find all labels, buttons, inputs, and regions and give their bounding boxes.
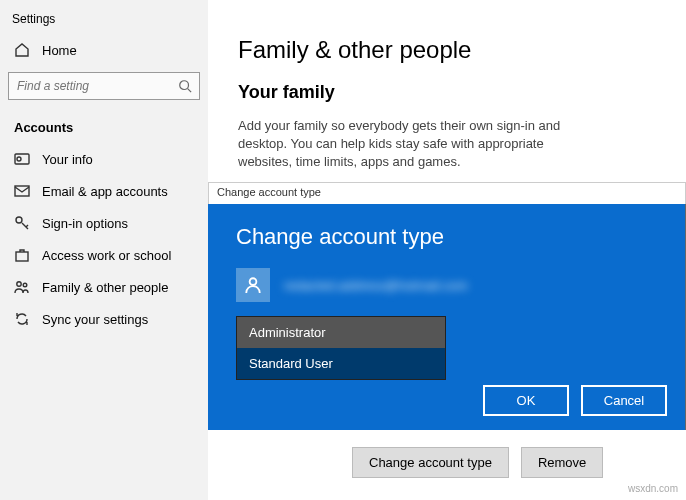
svg-point-8 — [250, 278, 257, 285]
sidebar-item-label: Family & other people — [42, 280, 168, 295]
dropdown-option-administrator[interactable]: Administrator — [237, 317, 445, 348]
sidebar-item-sync[interactable]: Sync your settings — [0, 303, 208, 335]
footer-buttons: Change account type Remove — [352, 447, 603, 478]
nav-home-label: Home — [42, 43, 77, 58]
sidebar-item-signin[interactable]: Sign-in options — [0, 207, 208, 239]
svg-point-0 — [180, 81, 189, 90]
search-icon — [178, 79, 192, 93]
sidebar-item-family[interactable]: Family & other people — [0, 271, 208, 303]
remove-button[interactable]: Remove — [521, 447, 603, 478]
dropdown-option-standard-user[interactable]: Standard User — [237, 348, 445, 379]
user-email: redacted.address@hotmail.com — [284, 278, 468, 293]
dialog-title: Change account type — [236, 224, 657, 250]
sidebar-item-label: Sync your settings — [42, 312, 148, 327]
section-subhead: Your family — [238, 82, 656, 103]
app-title: Settings — [0, 8, 208, 34]
mail-icon — [14, 183, 30, 199]
section-title-accounts: Accounts — [0, 110, 208, 143]
user-row: redacted.address@hotmail.com — [236, 268, 657, 302]
sidebar-item-label: Email & app accounts — [42, 184, 168, 199]
ok-button[interactable]: OK — [483, 385, 569, 416]
sync-icon — [14, 311, 30, 327]
sidebar-item-work-school[interactable]: Access work or school — [0, 239, 208, 271]
svg-rect-5 — [16, 252, 28, 261]
search-input[interactable] — [8, 72, 200, 100]
sidebar: Settings Home Accounts Your info Email &… — [0, 0, 208, 500]
sidebar-item-label: Access work or school — [42, 248, 171, 263]
svg-point-7 — [23, 283, 27, 287]
home-icon — [14, 42, 30, 58]
page-title: Family & other people — [238, 36, 656, 64]
dialog-titlebar: Change account type — [208, 182, 686, 204]
change-account-type-dialog: Change account type redacted.address@hot… — [208, 204, 686, 430]
account-type-dropdown[interactable]: Administrator Standard User — [236, 316, 446, 380]
change-account-type-button[interactable]: Change account type — [352, 447, 509, 478]
cancel-button[interactable]: Cancel — [581, 385, 667, 416]
svg-rect-3 — [15, 186, 29, 196]
sidebar-item-email[interactable]: Email & app accounts — [0, 175, 208, 207]
briefcase-icon — [14, 247, 30, 263]
sidebar-item-label: Sign-in options — [42, 216, 128, 231]
watermark: wsxdn.com — [628, 483, 678, 494]
body-text: Add your family so everybody gets their … — [238, 117, 578, 172]
svg-point-2 — [17, 157, 21, 161]
sidebar-item-your-info[interactable]: Your info — [0, 143, 208, 175]
search-field[interactable] — [8, 72, 200, 100]
nav-home[interactable]: Home — [0, 34, 208, 66]
dialog-buttons: OK Cancel — [483, 385, 667, 416]
avatar — [236, 268, 270, 302]
people-icon — [14, 279, 30, 295]
svg-point-6 — [17, 282, 21, 286]
key-icon — [14, 215, 30, 231]
badge-icon — [14, 151, 30, 167]
svg-point-4 — [16, 217, 22, 223]
sidebar-item-label: Your info — [42, 152, 93, 167]
